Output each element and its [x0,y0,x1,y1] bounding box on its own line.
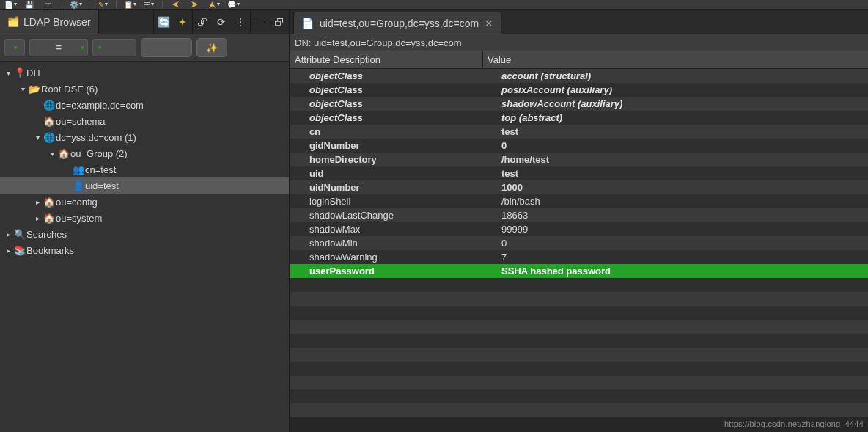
ldap-browser-tab[interactable]: 🗂️ LDAP Browser [0,10,99,34]
attribute-table-header[interactable]: Attribute Description Value [290,51,868,69]
tree-node[interactable]: 🌐dc=example,dc=com [0,97,289,113]
link-icon: 🖇 [197,16,207,28]
dn-label: DN: uid=test,ou=Group,dc=yss,dc=com [295,37,462,48]
toolbar-chat-icon[interactable]: 💬 [226,0,240,9]
tree-node[interactable]: ▾🏠ou=Group (2) [0,145,289,161]
attribute-row[interactable]: homeDirectory/home/test [290,153,868,166]
toolbar-align-icon[interactable]: ☰ [141,0,156,9]
expand-open-icon[interactable]: ▾ [3,69,13,77]
attribute-row-empty [290,334,868,348]
tree-node[interactable]: ▸🏠ou=config [0,194,289,210]
search-scope-combo[interactable]: ▾ [4,39,25,56]
filter-wizard-button[interactable]: ✨ [196,38,227,57]
attribute-value: 0 [497,238,868,249]
attribute-row[interactable]: shadowMin0 [290,236,868,250]
attribute-row[interactable]: objectClassshadowAccount (auxiliary) [290,97,868,111]
cycle-icon: ⟳ [217,16,226,28]
ldap-icon: 🗂️ [7,16,19,27]
attribute-value: SSHA hashed password [497,266,868,277]
tree-node-label: ou=schema [56,116,106,127]
attribute-row[interactable]: uidNumber1000 [290,180,868,194]
link-editor-button[interactable]: 🖇 [193,10,212,34]
toolbar-saveall-icon[interactable]: 🗃 [41,0,56,9]
attribute-row[interactable]: shadowWarning7 [290,250,868,264]
minimize-icon: — [255,16,265,28]
tree-node-label: dc=yss,dc=com (1) [56,132,136,143]
kebab-icon: ⋮ [235,16,246,28]
attribute-row[interactable]: shadowMax99999 [290,222,868,236]
toolbar-page-icon[interactable]: 📄 [3,0,18,9]
minimize-pane-button[interactable]: — [251,10,270,34]
attribute-row[interactable]: uidtest [290,166,868,180]
attribute-key: objectClass [290,98,497,109]
ldap-browser-pane: 🗂️ LDAP Browser 🔄 ✦ 🖇 ⟳ ⋮ — 🗗 ▾ = ▾ [0,10,290,432]
close-tab-button[interactable]: ✕ [485,18,493,29]
attribute-value: 7 [497,252,868,263]
attribute-key: shadowMax [290,224,497,235]
attribute-row[interactable]: objectClassaccount (structural) [290,69,868,83]
toolbar-forward-icon[interactable]: ⮞ [188,0,202,9]
tree-node[interactable]: ▾📍DIT [0,65,289,81]
attribute-row-empty [290,389,868,403]
attribute-row[interactable]: objectClassposixAccount (auxiliary) [290,83,868,97]
ldap-tree[interactable]: ▾📍DIT▾📂Root DSE (6)🌐dc=example,dc=com🏠ou… [0,62,289,432]
expand-closed-icon[interactable]: ▸ [32,214,43,222]
tree-node-label: ou=config [56,197,98,208]
attribute-value: 1000 [497,182,868,193]
attribute-value: /home/test [497,154,868,165]
maximize-pane-button[interactable]: 🗗 [270,10,289,34]
toolbar-separator [62,1,62,8]
expand-closed-icon[interactable]: ▸ [3,230,13,238]
expand-open-icon[interactable]: ▾ [18,85,28,93]
tree-node[interactable]: ▾📂Root DSE (6) [0,81,289,97]
attribute-row-empty [290,376,868,389]
tree-node[interactable]: ▸🔍Searches [0,226,289,242]
attribute-table-body[interactable]: objectClassaccount (structural)objectCla… [290,69,868,432]
attribute-row[interactable]: shadowLastChange18663 [290,208,868,222]
refresh-tree-button[interactable]: 🔄 [154,10,173,34]
toolbar-up-icon[interactable]: ⮝ [207,0,221,9]
attribute-value: 18663 [497,210,868,221]
quick-search-bar: ▾ = ▾ ▾ ✨ [0,34,289,62]
expand-open-icon[interactable]: ▾ [47,150,57,158]
attribute-key: loginShell [290,196,497,207]
tree-node-label: cn=test [85,164,116,175]
attribute-row-empty [290,320,868,334]
tree-node-icon: 🌐 [43,132,56,143]
left-tabbar: 🗂️ LDAP Browser 🔄 ✦ 🖇 ⟳ ⋮ — 🗗 [0,10,289,34]
tree-node[interactable]: 👤uid=test [0,177,289,194]
tree-node[interactable]: 🏠ou=schema [0,113,289,129]
filter-operator-combo[interactable]: = ▾ [29,39,88,56]
tree-node[interactable]: 👥cn=test [0,161,289,177]
toolbar-pencil-icon[interactable]: ✎ [95,0,110,9]
attribute-row[interactable]: objectClasstop (abstract) [290,111,868,125]
expand-closed-icon[interactable]: ▸ [3,246,13,255]
cycle-button[interactable]: ⟳ [212,10,231,34]
column-header-value[interactable]: Value [483,51,868,68]
toolbar-save-icon[interactable]: 💾 [22,0,37,9]
tree-node[interactable]: ▸🏠ou=system [0,210,289,226]
tree-node-icon: 👤 [72,180,85,191]
filter-value-combo[interactable]: ▾ [92,39,136,56]
attribute-row[interactable]: gidNumber0 [290,139,868,153]
attribute-row[interactable]: cntest [290,125,868,139]
attribute-row[interactable]: userPasswordSSHA hashed password [290,264,868,278]
watermark: https://blog.csdn.net/zhanglong_4444 [724,420,864,428]
column-header-description[interactable]: Attribute Description [290,51,483,68]
toolbar-form-icon[interactable]: 📋 [122,0,137,9]
attribute-row-empty [290,292,868,306]
tree-node-icon: 🏠 [43,213,56,224]
toolbar-back-icon[interactable]: ⮜ [169,0,183,9]
entry-editor-tab[interactable]: 📄 uid=test,ou=Group,dc=yss,dc=com ✕ [293,12,501,34]
run-search-button[interactable] [141,38,192,57]
expand-closed-icon[interactable]: ▸ [32,198,43,206]
toolbar-gear-icon[interactable]: ⚙️ [68,0,83,9]
sync-tree-button[interactable]: ✦ [173,10,192,34]
expand-open-icon[interactable]: ▾ [32,133,43,142]
view-menu-button[interactable]: ⋮ [231,10,250,34]
attribute-row[interactable]: loginShell/bin/bash [290,194,868,208]
attribute-key: userPassword [290,266,497,277]
tree-node[interactable]: ▾🌐dc=yss,dc=com (1) [0,129,289,145]
attribute-row-empty [290,306,868,320]
tree-node[interactable]: ▸📚Bookmarks [0,242,289,258]
